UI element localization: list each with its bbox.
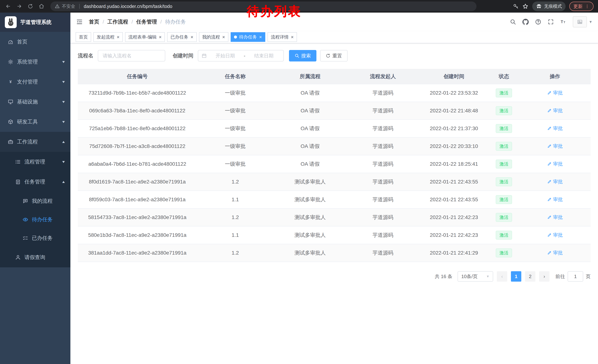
sidebar-item[interactable]: 已办任务 (0, 229, 70, 247)
close-icon[interactable]: × (117, 35, 119, 40)
hamburger-icon[interactable] (76, 18, 83, 25)
kebab-icon[interactable] (585, 4, 590, 9)
reload-icon[interactable] (25, 1, 36, 11)
date-range-picker[interactable]: 开始日期 - 结束日期 (198, 50, 284, 61)
sidebar-item[interactable]: 我的流程 (0, 192, 70, 210)
edit-icon (547, 233, 552, 237)
forward-icon[interactable] (14, 1, 25, 11)
update-label[interactable]: 更新 (573, 3, 583, 9)
page-number-button[interactable]: 1 (511, 271, 521, 282)
prev-page-button[interactable]: ‹ (497, 271, 507, 282)
view-tab[interactable]: 首页 (75, 32, 91, 42)
sidebar-item[interactable]: ¥ 支付管理▼ (0, 72, 70, 92)
font-size-icon[interactable]: TT (560, 19, 566, 25)
page-number-button[interactable]: 2 (525, 271, 535, 282)
approve-link[interactable]: 审批 (547, 125, 563, 132)
status-badge: 激活 (496, 213, 512, 222)
approve-link[interactable]: 审批 (547, 161, 563, 167)
next-page-button[interactable]: › (539, 271, 549, 282)
status-badge: 激活 (496, 124, 512, 133)
sidebar-item[interactable]: 工作流程▲ (0, 132, 70, 152)
process-name-input[interactable] (98, 50, 165, 61)
breadcrumb-item[interactable]: 工作流程 (108, 18, 128, 25)
status-cell: 激活 (489, 173, 519, 191)
close-icon[interactable]: × (259, 35, 262, 40)
reset-button[interactable]: 重置 (320, 50, 348, 61)
task-id-cell: 069c6a63-7b8a-11ec-8ef0-acde48001122 (78, 102, 197, 120)
sidebar-item[interactable]: 首页 (0, 32, 70, 52)
approve-link[interactable]: 审批 (547, 196, 563, 203)
chevron-down-icon: ▼ (61, 160, 66, 164)
home-icon[interactable] (36, 1, 47, 11)
table-row: 73211d9d-7b9b-11ec-b5b7-acde48001122 一级审… (78, 84, 590, 102)
initiator-cell: 芋道源码 (346, 138, 419, 155)
close-icon[interactable]: × (159, 35, 162, 40)
table-row: 580e1b3d-7ac8-11ec-a9e2-a2380e71991a 1.1… (78, 226, 590, 244)
sidebar-item[interactable]: 基础设施▼ (0, 92, 70, 112)
app-title: 芋道管理系统 (20, 19, 51, 26)
github-icon[interactable] (523, 19, 529, 25)
approve-link[interactable]: 审批 (547, 90, 563, 96)
sidebar-item[interactable]: 待办任务 (0, 210, 70, 229)
process-cell: 测试多审批人 (274, 209, 346, 226)
sidebar-item-label: 流程管理 (25, 158, 45, 165)
fullscreen-icon[interactable] (548, 19, 554, 25)
created-time-cell: 2022-01-22 21:48:48 (419, 102, 489, 120)
breadcrumb-item[interactable]: 首页 (89, 18, 99, 25)
sidebar-item[interactable]: 任务管理▲ (0, 172, 70, 192)
update-button[interactable]: 更新 (569, 2, 594, 11)
breadcrumb-item[interactable]: 任务管理 (136, 18, 157, 25)
view-tab[interactable]: 发起流程× (93, 32, 123, 42)
sidebar-item[interactable]: 研发工具▼ (0, 112, 70, 132)
initiator-cell: 芋道源码 (346, 226, 419, 244)
view-tab[interactable]: 流程详情× (267, 32, 297, 42)
view-tab[interactable]: 待办任务× (231, 32, 265, 42)
action-cell: 审批 (519, 209, 590, 226)
view-tab[interactable]: 我的流程× (199, 32, 228, 42)
infra-icon (8, 99, 14, 105)
action-cell: 审批 (519, 120, 590, 138)
end-date-placeholder[interactable]: 结束日期 (248, 53, 280, 59)
user-avatar[interactable]: ▼ (573, 16, 592, 27)
close-icon[interactable]: × (222, 35, 225, 40)
approve-link[interactable]: 审批 (547, 250, 563, 256)
status-badge: 激活 (496, 249, 512, 257)
app-logo[interactable]: 芋道管理系统 (0, 13, 70, 32)
edit-icon (547, 215, 552, 219)
view-tab[interactable]: 流程表单-编辑× (125, 32, 165, 42)
approve-link[interactable]: 审批 (547, 178, 563, 185)
key-icon[interactable] (513, 4, 519, 9)
approve-link[interactable]: 审批 (547, 232, 563, 238)
chevron-down-icon: ▼ (61, 80, 66, 84)
page-size-select[interactable]: 10条/页 ▼ (457, 271, 493, 282)
sidebar-item-label: 工作流程 (17, 138, 38, 145)
search-button[interactable]: 搜索 (289, 50, 316, 61)
status-cell: 激活 (489, 155, 519, 173)
back-icon[interactable] (3, 1, 13, 11)
search-icon (295, 53, 299, 58)
search-icon[interactable] (510, 19, 516, 25)
approve-link[interactable]: 审批 (547, 143, 563, 149)
close-icon[interactable]: × (191, 35, 193, 40)
action-cell: 审批 (519, 191, 590, 209)
close-icon[interactable]: × (291, 35, 294, 40)
approve-link-label: 审批 (553, 250, 563, 256)
process-name-label: 流程名 (78, 52, 93, 59)
url-text[interactable]: dashboard.yudao.iocoder.cn/bpm/task/todo (84, 4, 172, 9)
goto-page-input[interactable] (568, 271, 583, 282)
refresh-icon (326, 53, 331, 58)
security-label[interactable]: 不安全 (62, 3, 75, 9)
question-icon[interactable] (535, 19, 541, 25)
process-cell: OA 请假 (274, 155, 346, 173)
sidebar-item[interactable]: 请假查询 (0, 247, 70, 267)
filter-bar: 流程名 创建时间 开始日期 - 结束日期 搜索 重置 (78, 50, 590, 61)
star-icon[interactable] (522, 3, 529, 9)
sidebar-item-label: 请假查询 (25, 254, 45, 261)
approve-link[interactable]: 审批 (547, 107, 563, 114)
sidebar-item[interactable]: 系统管理▼ (0, 52, 70, 72)
start-date-placeholder[interactable]: 开始日期 (209, 53, 241, 59)
view-tab[interactable]: 已办任务× (167, 32, 197, 42)
annotation-overlay: 待办列表 (247, 3, 302, 20)
sidebar-item[interactable]: 流程管理▼ (0, 152, 70, 172)
approve-link[interactable]: 审批 (547, 214, 563, 220)
